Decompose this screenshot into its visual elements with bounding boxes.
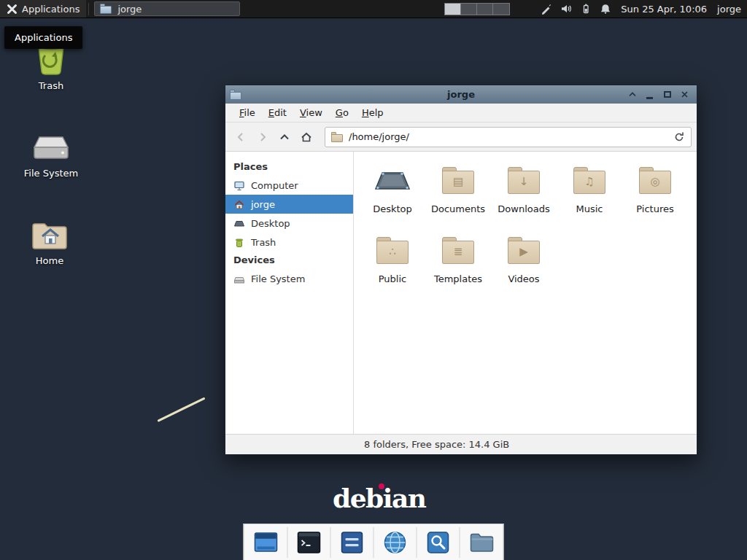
battery-icon[interactable] (580, 3, 592, 15)
debian-logo: debian (333, 483, 425, 513)
status-text: 8 folders, Free space: 14.4 GiB (364, 439, 509, 450)
file-templates[interactable]: ≣ Templates (425, 232, 491, 302)
documents-emblem: ▤ (440, 176, 476, 187)
location-folder-icon (331, 132, 344, 142)
workspace-3[interactable] (477, 4, 493, 15)
workspace-4[interactable] (493, 4, 509, 15)
sidebar-item-computer[interactable]: Computer (225, 176, 353, 195)
file-pictures[interactable]: ◎ Pictures (622, 162, 688, 232)
dock-show-desktop-button[interactable] (251, 527, 282, 558)
drive-icon (233, 273, 245, 284)
sidebar-item-desktop[interactable]: Desktop (225, 214, 353, 233)
share-emblem: ∴ (374, 246, 411, 257)
chevron-up-icon (629, 92, 636, 97)
debian-swirl-icon (379, 483, 384, 489)
dock-web-browser-button[interactable] (380, 527, 411, 558)
applications-menu-icon (7, 4, 18, 15)
desktop-icon (233, 218, 245, 229)
workspace-pager[interactable] (444, 3, 510, 15)
sidebar-item-label: Trash (251, 237, 276, 248)
computer-icon (233, 180, 245, 191)
user-desktop-icon (374, 167, 411, 195)
file-desktop[interactable]: Desktop (360, 162, 425, 232)
location-path[interactable]: /home/jorge/ (349, 131, 409, 142)
menu-edit[interactable]: Edit (262, 104, 293, 121)
sidebar-header-places: Places (225, 158, 353, 176)
file-public[interactable]: ∴ Public (360, 232, 425, 302)
sidebar-item-trash[interactable]: Trash (225, 233, 353, 252)
folder-icon (100, 4, 112, 14)
file-label: Videos (508, 273, 539, 284)
minimize-icon (646, 97, 653, 99)
home-button[interactable] (296, 127, 316, 147)
menu-file[interactable]: File (233, 104, 262, 121)
download-emblem: ↓ (506, 176, 542, 187)
trash-icon (233, 237, 245, 248)
folder-icon (468, 529, 495, 556)
file-documents[interactable]: ▤ Documents (425, 162, 491, 232)
input-device-icon[interactable] (541, 3, 552, 15)
tooltip-text: Applications (15, 32, 72, 43)
home-icon (233, 199, 245, 210)
taskbar-window-button[interactable]: jorge (94, 1, 240, 16)
location-bar[interactable]: /home/jorge/ (325, 127, 692, 147)
music-emblem: ♫ (571, 176, 608, 187)
folder-icon: ◎ (637, 166, 673, 195)
file-label: Desktop (373, 203, 412, 214)
dock-folder-button[interactable] (466, 527, 497, 558)
back-button[interactable] (231, 127, 250, 147)
sidebar-item-label: Desktop (251, 218, 290, 229)
dock-separator (374, 527, 374, 558)
chevron-right-icon (257, 131, 268, 143)
desktop: Applications jorge (0, 0, 747, 560)
folder-icon: ↓ (506, 166, 542, 195)
menu-view[interactable]: View (293, 104, 329, 121)
clock[interactable]: Sun 25 Apr, 10:06 (621, 4, 707, 15)
reload-icon[interactable] (673, 131, 685, 143)
workspace-1[interactable] (445, 4, 461, 15)
applications-button[interactable]: Applications (0, 0, 86, 18)
notifications-bell-icon[interactable] (600, 3, 611, 15)
file-music[interactable]: ♫ Music (557, 162, 622, 232)
dock-terminal-button[interactable] (294, 527, 325, 558)
desktop-icon-file-system[interactable]: File System (16, 125, 86, 179)
minimize-button[interactable] (642, 88, 657, 101)
sidebar: Places Computer jorge (225, 152, 354, 434)
sidebar-item-jorge[interactable]: jorge (225, 195, 353, 214)
dock-app-finder-button[interactable] (423, 527, 454, 558)
file-grid: Desktop ▤ Documents ↓ Downloads (354, 152, 697, 434)
forward-button[interactable] (252, 127, 272, 147)
menu-go[interactable]: Go (329, 104, 355, 121)
sidebar-item-file-system[interactable]: File System (225, 269, 353, 288)
file-list-icon (339, 529, 365, 556)
top-panel: Applications jorge (0, 0, 747, 18)
home-icon (300, 131, 313, 144)
folder-icon: ≣ (440, 236, 476, 265)
panel-separator (88, 3, 89, 15)
volume-icon[interactable] (560, 3, 572, 15)
taskbar-window-label: jorge (117, 4, 142, 15)
close-button[interactable] (677, 88, 692, 101)
close-icon (681, 91, 688, 98)
file-downloads[interactable]: ↓ Downloads (491, 162, 557, 232)
mouse-cursor (157, 397, 205, 422)
desktop-icon-home[interactable]: Home (15, 213, 85, 266)
menu-help[interactable]: Help (355, 104, 390, 121)
dock-separator (287, 527, 288, 558)
file-label: Pictures (636, 203, 673, 214)
shade-button[interactable] (624, 88, 640, 101)
chevron-left-icon (235, 131, 247, 143)
up-button[interactable] (274, 127, 294, 147)
drive-icon (33, 133, 69, 163)
status-bar: 8 folders, Free space: 14.4 GiB (225, 434, 697, 454)
file-label: Downloads (498, 203, 549, 214)
home-folder-icon (31, 220, 69, 251)
file-videos[interactable]: ▶ Videos (491, 232, 557, 302)
file-label: Music (576, 203, 603, 214)
sidebar-item-label: jorge (251, 199, 275, 210)
dock-file-list-button[interactable] (337, 527, 368, 558)
window-titlebar[interactable]: jorge (225, 85, 697, 104)
maximize-button[interactable] (659, 88, 675, 101)
workspace-2[interactable] (461, 4, 477, 15)
folder-icon: ♫ (571, 166, 608, 195)
